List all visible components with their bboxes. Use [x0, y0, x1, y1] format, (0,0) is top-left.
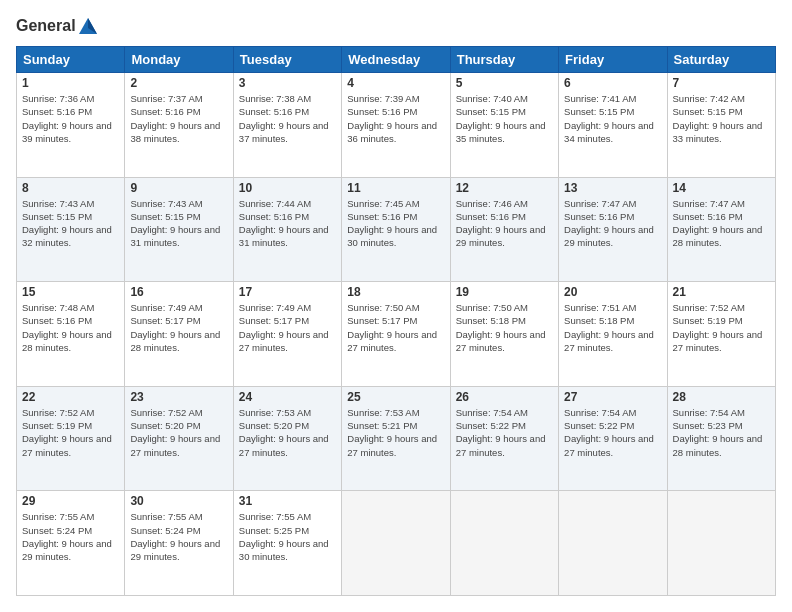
col-friday: Friday: [559, 47, 667, 73]
logo-icon: [77, 16, 99, 38]
header: General: [16, 16, 776, 36]
day-cell-22: 22 Sunrise: 7:52 AM Sunset: 5:19 PM Dayl…: [17, 386, 125, 491]
day-cell-10: 10 Sunrise: 7:44 AM Sunset: 5:16 PM Dayl…: [233, 177, 341, 282]
day-number-23: 23: [130, 390, 227, 404]
day-info-28: Sunrise: 7:54 AM Sunset: 5:23 PM Dayligh…: [673, 406, 770, 459]
calendar-header-row: Sunday Monday Tuesday Wednesday Thursday…: [17, 47, 776, 73]
day-cell-14: 14 Sunrise: 7:47 AM Sunset: 5:16 PM Dayl…: [667, 177, 775, 282]
day-info-4: Sunrise: 7:39 AM Sunset: 5:16 PM Dayligh…: [347, 92, 444, 145]
day-number-4: 4: [347, 76, 444, 90]
calendar-week-1: 1 Sunrise: 7:36 AM Sunset: 5:16 PM Dayli…: [17, 73, 776, 178]
day-info-26: Sunrise: 7:54 AM Sunset: 5:22 PM Dayligh…: [456, 406, 553, 459]
day-number-28: 28: [673, 390, 770, 404]
day-info-7: Sunrise: 7:42 AM Sunset: 5:15 PM Dayligh…: [673, 92, 770, 145]
day-cell-1: 1 Sunrise: 7:36 AM Sunset: 5:16 PM Dayli…: [17, 73, 125, 178]
day-info-27: Sunrise: 7:54 AM Sunset: 5:22 PM Dayligh…: [564, 406, 661, 459]
day-info-31: Sunrise: 7:55 AM Sunset: 5:25 PM Dayligh…: [239, 510, 336, 563]
day-cell-23: 23 Sunrise: 7:52 AM Sunset: 5:20 PM Dayl…: [125, 386, 233, 491]
col-tuesday: Tuesday: [233, 47, 341, 73]
day-cell-15: 15 Sunrise: 7:48 AM Sunset: 5:16 PM Dayl…: [17, 282, 125, 387]
day-info-6: Sunrise: 7:41 AM Sunset: 5:15 PM Dayligh…: [564, 92, 661, 145]
day-number-16: 16: [130, 285, 227, 299]
day-info-24: Sunrise: 7:53 AM Sunset: 5:20 PM Dayligh…: [239, 406, 336, 459]
day-cell-16: 16 Sunrise: 7:49 AM Sunset: 5:17 PM Dayl…: [125, 282, 233, 387]
col-saturday: Saturday: [667, 47, 775, 73]
day-info-29: Sunrise: 7:55 AM Sunset: 5:24 PM Dayligh…: [22, 510, 119, 563]
col-sunday: Sunday: [17, 47, 125, 73]
day-info-25: Sunrise: 7:53 AM Sunset: 5:21 PM Dayligh…: [347, 406, 444, 459]
day-number-9: 9: [130, 181, 227, 195]
day-cell-5: 5 Sunrise: 7:40 AM Sunset: 5:15 PM Dayli…: [450, 73, 558, 178]
calendar-week-5: 29 Sunrise: 7:55 AM Sunset: 5:24 PM Dayl…: [17, 491, 776, 596]
logo: General: [16, 16, 100, 36]
day-number-31: 31: [239, 494, 336, 508]
day-cell-24: 24 Sunrise: 7:53 AM Sunset: 5:20 PM Dayl…: [233, 386, 341, 491]
day-info-12: Sunrise: 7:46 AM Sunset: 5:16 PM Dayligh…: [456, 197, 553, 250]
day-number-30: 30: [130, 494, 227, 508]
day-number-6: 6: [564, 76, 661, 90]
day-number-19: 19: [456, 285, 553, 299]
day-cell-19: 19 Sunrise: 7:50 AM Sunset: 5:18 PM Dayl…: [450, 282, 558, 387]
day-cell-11: 11 Sunrise: 7:45 AM Sunset: 5:16 PM Dayl…: [342, 177, 450, 282]
day-number-11: 11: [347, 181, 444, 195]
day-number-18: 18: [347, 285, 444, 299]
day-info-30: Sunrise: 7:55 AM Sunset: 5:24 PM Dayligh…: [130, 510, 227, 563]
calendar-week-2: 8 Sunrise: 7:43 AM Sunset: 5:15 PM Dayli…: [17, 177, 776, 282]
empty-cell: [450, 491, 558, 596]
day-info-19: Sunrise: 7:50 AM Sunset: 5:18 PM Dayligh…: [456, 301, 553, 354]
day-info-21: Sunrise: 7:52 AM Sunset: 5:19 PM Dayligh…: [673, 301, 770, 354]
col-thursday: Thursday: [450, 47, 558, 73]
day-cell-26: 26 Sunrise: 7:54 AM Sunset: 5:22 PM Dayl…: [450, 386, 558, 491]
empty-cell: [667, 491, 775, 596]
calendar-table: Sunday Monday Tuesday Wednesday Thursday…: [16, 46, 776, 596]
day-cell-31: 31 Sunrise: 7:55 AM Sunset: 5:25 PM Dayl…: [233, 491, 341, 596]
empty-cell: [559, 491, 667, 596]
day-number-25: 25: [347, 390, 444, 404]
day-cell-21: 21 Sunrise: 7:52 AM Sunset: 5:19 PM Dayl…: [667, 282, 775, 387]
day-number-7: 7: [673, 76, 770, 90]
day-number-21: 21: [673, 285, 770, 299]
day-info-23: Sunrise: 7:52 AM Sunset: 5:20 PM Dayligh…: [130, 406, 227, 459]
day-info-17: Sunrise: 7:49 AM Sunset: 5:17 PM Dayligh…: [239, 301, 336, 354]
day-number-26: 26: [456, 390, 553, 404]
day-number-8: 8: [22, 181, 119, 195]
day-cell-3: 3 Sunrise: 7:38 AM Sunset: 5:16 PM Dayli…: [233, 73, 341, 178]
day-info-16: Sunrise: 7:49 AM Sunset: 5:17 PM Dayligh…: [130, 301, 227, 354]
day-cell-9: 9 Sunrise: 7:43 AM Sunset: 5:15 PM Dayli…: [125, 177, 233, 282]
day-number-13: 13: [564, 181, 661, 195]
day-cell-30: 30 Sunrise: 7:55 AM Sunset: 5:24 PM Dayl…: [125, 491, 233, 596]
day-number-3: 3: [239, 76, 336, 90]
day-info-2: Sunrise: 7:37 AM Sunset: 5:16 PM Dayligh…: [130, 92, 227, 145]
day-cell-4: 4 Sunrise: 7:39 AM Sunset: 5:16 PM Dayli…: [342, 73, 450, 178]
day-number-1: 1: [22, 76, 119, 90]
calendar-week-3: 15 Sunrise: 7:48 AM Sunset: 5:16 PM Dayl…: [17, 282, 776, 387]
day-number-24: 24: [239, 390, 336, 404]
day-cell-27: 27 Sunrise: 7:54 AM Sunset: 5:22 PM Dayl…: [559, 386, 667, 491]
day-number-17: 17: [239, 285, 336, 299]
day-cell-25: 25 Sunrise: 7:53 AM Sunset: 5:21 PM Dayl…: [342, 386, 450, 491]
day-number-2: 2: [130, 76, 227, 90]
day-number-22: 22: [22, 390, 119, 404]
day-cell-8: 8 Sunrise: 7:43 AM Sunset: 5:15 PM Dayli…: [17, 177, 125, 282]
day-info-18: Sunrise: 7:50 AM Sunset: 5:17 PM Dayligh…: [347, 301, 444, 354]
day-number-12: 12: [456, 181, 553, 195]
day-info-9: Sunrise: 7:43 AM Sunset: 5:15 PM Dayligh…: [130, 197, 227, 250]
day-cell-7: 7 Sunrise: 7:42 AM Sunset: 5:15 PM Dayli…: [667, 73, 775, 178]
day-cell-28: 28 Sunrise: 7:54 AM Sunset: 5:23 PM Dayl…: [667, 386, 775, 491]
day-cell-2: 2 Sunrise: 7:37 AM Sunset: 5:16 PM Dayli…: [125, 73, 233, 178]
calendar-week-4: 22 Sunrise: 7:52 AM Sunset: 5:19 PM Dayl…: [17, 386, 776, 491]
day-info-11: Sunrise: 7:45 AM Sunset: 5:16 PM Dayligh…: [347, 197, 444, 250]
day-number-20: 20: [564, 285, 661, 299]
empty-cell: [342, 491, 450, 596]
page: General Sunday Monday Tuesday Wednesday …: [0, 0, 792, 612]
day-info-20: Sunrise: 7:51 AM Sunset: 5:18 PM Dayligh…: [564, 301, 661, 354]
day-number-15: 15: [22, 285, 119, 299]
day-info-15: Sunrise: 7:48 AM Sunset: 5:16 PM Dayligh…: [22, 301, 119, 354]
day-number-29: 29: [22, 494, 119, 508]
day-info-13: Sunrise: 7:47 AM Sunset: 5:16 PM Dayligh…: [564, 197, 661, 250]
day-cell-13: 13 Sunrise: 7:47 AM Sunset: 5:16 PM Dayl…: [559, 177, 667, 282]
day-number-5: 5: [456, 76, 553, 90]
day-number-27: 27: [564, 390, 661, 404]
day-info-5: Sunrise: 7:40 AM Sunset: 5:15 PM Dayligh…: [456, 92, 553, 145]
col-monday: Monday: [125, 47, 233, 73]
